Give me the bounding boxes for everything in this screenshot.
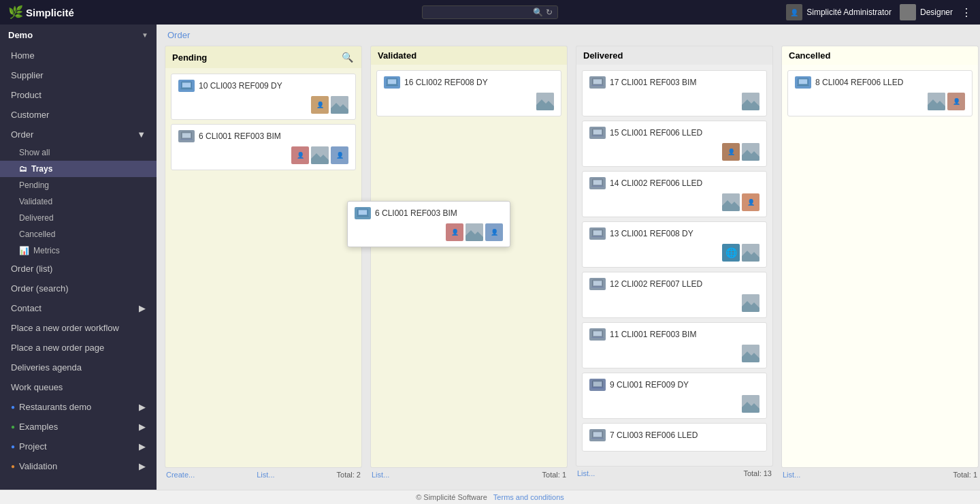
sidebar-item-contact[interactable]: Contact ▶ [0, 298, 157, 318]
pending-label: Pending [19, 180, 49, 190]
card-14-avatars: 👤 [589, 193, 760, 211]
sidebar-item-examples[interactable]: ● Examples ▶ [0, 417, 157, 437]
kanban-card-16[interactable]: 16 CLI002 REF008 DY [376, 70, 561, 116]
topnav: 🌿 Simplicité 🔍 ↻ 👤 Simplicité Administra… [0, 0, 980, 25]
sidebar-item-product[interactable]: Product [0, 85, 157, 105]
cancelled-footer: List... Total: 1 [781, 468, 979, 482]
validated-list-link[interactable]: List... [372, 471, 389, 479]
avatar-landscape-a [311, 146, 329, 164]
sidebar-item-work-queues[interactable]: Work queues [0, 377, 157, 397]
globe-icon: 🌐 [722, 244, 740, 262]
sidebar-sub-cancelled[interactable]: Cancelled [0, 226, 157, 242]
topnav-right: 👤 Simplicité Administrator Designer ⋮ [786, 4, 972, 20]
kanban-card-15[interactable]: 15 CLI001 REF006 LLED 👤 [582, 121, 767, 167]
more-icon[interactable]: ⋮ [961, 6, 972, 19]
sidebar-item-order[interactable]: Order ▼ [0, 125, 157, 144]
kanban-card-13[interactable]: 13 CLI001 REF008 DY 🌐 [582, 221, 767, 268]
svg-rect-60 [357, 216, 369, 217]
sidebar-item-place-order-workflow[interactable]: Place a new order workflow [0, 318, 157, 338]
avatar-landscape2 [536, 93, 554, 110]
card-14-title: 14 CLI002 REF006 LLED [589, 177, 760, 189]
sidebar-sub-trays[interactable]: 🗂 Trays [0, 161, 157, 177]
svg-rect-51 [593, 432, 602, 437]
pending-create-link[interactable]: Create... [166, 471, 195, 479]
avatar-landscape9 [742, 395, 760, 413]
sidebar-sub-delivered[interactable]: Delivered [0, 210, 157, 226]
sidebar-item-home[interactable]: Home [0, 46, 157, 65]
validation-dot-icon: ● [11, 462, 15, 470]
sidebar-item-project[interactable]: ● Project ▶ [0, 437, 157, 456]
sidebar-sub-validated[interactable]: Validated [0, 193, 157, 210]
svg-rect-41 [593, 332, 602, 336]
sidebar-sub-show-all[interactable]: Show all [0, 144, 157, 161]
validated-column-body: 16 CLI002 REF008 DY [370, 65, 568, 468]
card-17-avatars [589, 93, 760, 110]
kanban-card-8[interactable]: 8 CLI004 REF006 LLED 👤 [787, 70, 973, 116]
sidebar-demo-label: Demo [8, 30, 33, 40]
demo-chevron-icon: ▼ [142, 31, 148, 39]
laptop-icon-11 [589, 328, 606, 341]
kanban-card-12[interactable]: 12 CLI002 REF007 LLED [582, 272, 767, 318]
delivered-list-link[interactable]: List... [577, 469, 595, 477]
popup-card[interactable]: 6 CLI001 REF003 BIM 👤 👤 [347, 201, 510, 247]
card-13-avatars: 🌐 [589, 244, 760, 262]
avatar-landscape4 [742, 143, 760, 161]
card-10-title: 10 CLI003 REF009 DY [178, 80, 348, 92]
sidebar-item-place-order-page[interactable]: Place a new order page [0, 338, 157, 358]
svg-rect-37 [591, 287, 604, 288]
kanban-card-6a[interactable]: 6 CLI001 REF003 BIM 👤 👤 [171, 124, 356, 170]
delivered-column-body: 17 CLI001 REF003 BIM [576, 65, 773, 467]
sidebar-item-deliveries-agenda[interactable]: Deliveries agenda [0, 358, 157, 377]
pending-search-button[interactable]: 🔍 [340, 50, 355, 64]
avatar-landscape10 [928, 93, 945, 110]
search-input[interactable] [428, 7, 530, 17]
sidebar-item-order-list[interactable]: Order (list) [0, 259, 157, 279]
main-content: Order Pending 🔍 [157, 25, 980, 490]
card-17-title: 17 CLI001 REF003 BIM [589, 76, 760, 89]
popup-card-title: 6 CLI001 REF003 BIM [355, 207, 503, 219]
kanban-card-11[interactable]: 11 CLI001 REF003 BIM [582, 322, 767, 368]
sidebar-item-supplier[interactable]: Supplier [0, 65, 157, 85]
avatar-landscape5 [722, 193, 740, 211]
card-12-avatars [589, 294, 760, 312]
project-label: Project [19, 441, 46, 452]
laptop-icon-13 [589, 227, 606, 240]
sidebar-item-restaurants-demo[interactable]: ● Restaurants demo ▶ [0, 397, 157, 417]
sidebar-sub-metrics[interactable]: 📊 Metrics [0, 242, 157, 259]
avatar-landscape6 [742, 244, 760, 262]
refresh-icon[interactable]: ↻ [546, 7, 553, 17]
sidebar-sub-pending[interactable]: Pending [0, 177, 157, 193]
work-queues-label: Work queues [11, 382, 63, 392]
order-label: Order [11, 129, 33, 140]
search-icon[interactable]: 🔍 [533, 7, 543, 17]
sidebar-item-customer[interactable]: Customer [0, 105, 157, 125]
card-8-avatars: 👤 [795, 93, 965, 110]
sidebar-demo-header[interactable]: Demo ▼ [0, 25, 157, 46]
supplier-label: Supplier [11, 70, 44, 80]
kanban-card-9[interactable]: 9 CLI001 REF009 DY [582, 373, 767, 419]
breadcrumb[interactable]: Order [157, 25, 980, 46]
sidebar-item-order-search[interactable]: Order (search) [0, 279, 157, 298]
designer-label: Designer [920, 7, 953, 17]
footer-terms-link[interactable]: Terms and conditions [493, 493, 564, 501]
cancelled-column-body: 8 CLI004 REF006 LLED 👤 [781, 65, 979, 468]
kanban-board: Pending 🔍 10 [157, 46, 980, 490]
designer-menu[interactable]: Designer [900, 4, 953, 20]
svg-rect-16 [593, 80, 602, 84]
svg-rect-26 [593, 180, 602, 185]
logo-leaf: 🌿 [8, 5, 23, 20]
svg-rect-12 [386, 85, 398, 86]
kanban-card-10[interactable]: 10 CLI003 REF009 DY 👤 [171, 74, 356, 120]
project-chevron-icon: ▶ [139, 441, 146, 452]
global-search[interactable]: 🔍 ↻ [422, 5, 558, 19]
avatar-landscape7 [742, 294, 760, 312]
user-label: Simplicité Administrator [806, 7, 892, 17]
kanban-card-17[interactable]: 17 CLI001 REF003 BIM [582, 70, 767, 116]
pending-list-link[interactable]: List... [257, 471, 274, 479]
kanban-card-7[interactable]: 7 CLI003 REF006 LLED [582, 423, 767, 452]
user-menu[interactable]: 👤 Simplicité Administrator [786, 4, 892, 20]
kanban-card-14[interactable]: 14 CLI002 REF006 LLED 👤 [582, 171, 767, 217]
cancelled-list-link[interactable]: List... [783, 471, 800, 479]
sidebar-item-validation[interactable]: ● Validation ▶ [0, 456, 157, 476]
card-6a-avatars: 👤 👤 [178, 146, 348, 164]
